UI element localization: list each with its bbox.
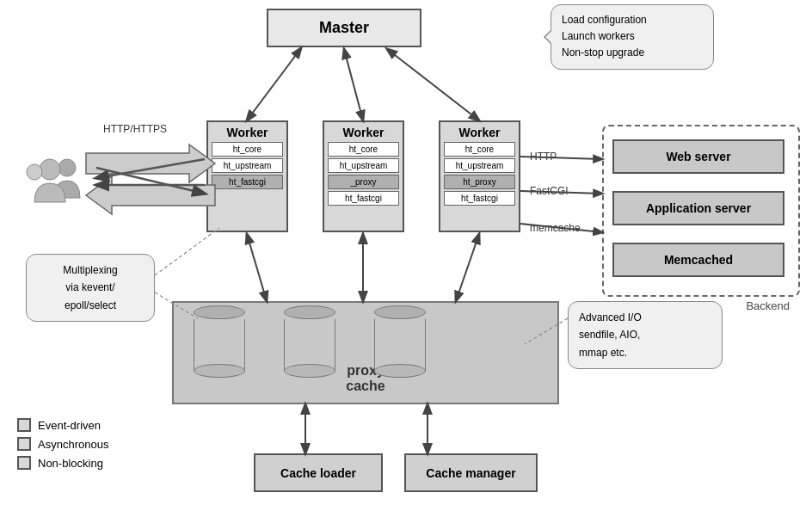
user-icon xyxy=(24,151,84,206)
worker2-title: Worker xyxy=(328,126,399,139)
cylinder2 xyxy=(284,305,335,378)
callout-top-line1: Load configuration xyxy=(562,14,647,26)
web-server-label: Web server xyxy=(666,150,730,163)
backend-label: Backend xyxy=(746,299,790,312)
callout-bottom-right: Advanced I/O sendfile, AIO, mmap etc. xyxy=(568,301,723,369)
worker1-box: Worker ht_core ht_upstream ht_fastcgi xyxy=(206,120,288,232)
worker3-module2: ht_upstream xyxy=(444,158,515,173)
worker2-module1: ht_core xyxy=(328,142,399,157)
cylinder1 xyxy=(194,305,245,378)
cache-loader-box: Cache loader xyxy=(254,453,383,492)
http-https-label: HTTP/HTTPS xyxy=(103,123,167,135)
worker2-module3: _proxy xyxy=(328,175,399,189)
worker2-module2: ht_upstream xyxy=(328,158,399,173)
cache-manager-label: Cache manager xyxy=(426,466,515,480)
master-box: Master xyxy=(267,9,421,47)
callout-left-text: Multiplexingvia kevent/epoll/select xyxy=(63,264,117,311)
svg-marker-10 xyxy=(86,176,215,214)
backend-panel: Web server Application server Memcached … xyxy=(602,125,800,297)
svg-line-8 xyxy=(387,49,479,120)
svg-line-7 xyxy=(344,49,363,120)
diagram-container: Master Load configuration Launch workers… xyxy=(0,0,812,505)
memcache-label: memcache xyxy=(530,222,581,234)
master-label: Master xyxy=(319,19,369,37)
callout-top-line2: Launch workers xyxy=(562,30,635,42)
worker1-title: Worker xyxy=(212,126,283,139)
svg-line-13 xyxy=(96,168,205,194)
memcached-box: Memcached xyxy=(612,243,784,277)
callout-left: Multiplexingvia kevent/epoll/select xyxy=(26,254,155,322)
callout-top: Load configuration Launch workers Non-st… xyxy=(551,4,714,70)
fastcgi-label: FastCGI xyxy=(530,185,569,197)
app-server-label: Application server xyxy=(646,201,751,215)
worker2-box: Worker ht_core ht_upstream _proxy ht_fas… xyxy=(323,120,404,232)
legend-box-1 xyxy=(17,418,31,432)
svg-line-14 xyxy=(247,234,267,301)
http-label: HTTP xyxy=(530,151,557,163)
worker3-module1: ht_core xyxy=(444,142,515,157)
cache-manager-box: Cache manager xyxy=(404,453,538,492)
legend-label-3: Non-blocking xyxy=(38,457,103,470)
worker1-module3: ht_fastcgi xyxy=(212,175,283,189)
legend: Event-driven Asynchronous Non-blocking xyxy=(17,418,108,475)
callout-br-line1: Advanced I/O xyxy=(579,311,642,323)
worker3-title: Worker xyxy=(444,126,515,139)
callout-br-line2: sendfile, AIO, xyxy=(579,329,640,341)
app-server-box: Application server xyxy=(612,191,784,225)
worker1-module2: ht_upstream xyxy=(212,158,283,173)
svg-point-2 xyxy=(27,164,42,180)
legend-item-3: Non-blocking xyxy=(17,456,108,470)
svg-line-16 xyxy=(456,234,479,301)
worker3-module3: ht_proxy xyxy=(444,175,515,189)
svg-line-6 xyxy=(247,48,301,120)
svg-marker-9 xyxy=(86,145,215,182)
legend-item-2: Asynchronous xyxy=(17,437,108,451)
svg-line-11 xyxy=(96,159,205,178)
web-server-box: Web server xyxy=(612,139,784,174)
svg-line-22 xyxy=(155,228,219,275)
worker3-box: Worker ht_core ht_upstream ht_proxy ht_f… xyxy=(439,120,520,232)
legend-item-1: Event-driven xyxy=(17,418,108,432)
svg-point-1 xyxy=(40,159,60,180)
worker2-module4: ht_fastcgi xyxy=(328,191,399,206)
worker1-module1: ht_core xyxy=(212,142,283,157)
cache-loader-label: Cache loader xyxy=(280,466,356,480)
legend-box-3 xyxy=(17,456,31,470)
worker3-module4: ht_fastcgi xyxy=(444,191,515,206)
memcached-label: Memcached xyxy=(664,253,733,267)
callout-top-line3: Non-stop upgrade xyxy=(562,46,644,59)
cylinder3 xyxy=(374,305,426,378)
legend-label-1: Event-driven xyxy=(38,419,101,432)
svg-point-0 xyxy=(58,159,76,176)
legend-label-2: Asynchronous xyxy=(38,438,108,451)
cylinders-row xyxy=(194,305,426,378)
legend-box-2 xyxy=(17,437,31,451)
callout-br-line3: mmap etc. xyxy=(579,347,627,359)
